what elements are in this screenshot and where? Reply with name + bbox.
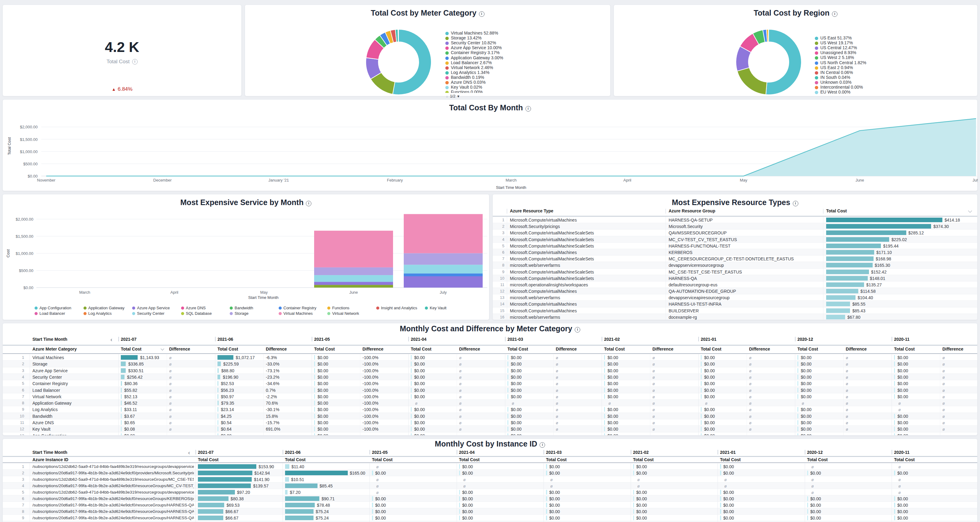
col-header-total-cost[interactable]: Total Cost	[372, 457, 393, 462]
legend-item[interactable]: Virtual Machines	[278, 311, 313, 316]
legend-item[interactable]: US East 2 0.94%	[815, 65, 853, 70]
legend-item[interactable]: Azure App Service	[132, 305, 170, 310]
legend-item[interactable]: Load Balancer	[35, 311, 65, 316]
sort-desc-icon[interactable]	[161, 347, 164, 350]
bar-segment[interactable]	[314, 267, 393, 275]
legend-item[interactable]: Functions 0.00%	[445, 90, 483, 93]
legend-item[interactable]: IN South 0.04%	[815, 75, 850, 80]
sort-desc-icon[interactable]	[968, 209, 972, 213]
col-header-total-cost[interactable]: Total Cost	[894, 347, 915, 351]
cell-total-cost: $0.00	[462, 464, 473, 469]
col-header-total-cost[interactable]: Total Cost	[894, 457, 915, 462]
col-header-difference[interactable]: Difference	[942, 347, 963, 351]
col-header-total-cost[interactable]: Total Cost	[797, 347, 818, 351]
legend-item[interactable]: EU West 0.00%	[815, 90, 851, 94]
col-header-difference[interactable]: Difference	[556, 347, 577, 351]
col-header-total-cost[interactable]: Total Cost	[633, 457, 654, 462]
col-header-total-cost[interactable]: Total Cost	[807, 457, 828, 462]
legend-item[interactable]: Azure DNS 0.03%	[445, 80, 486, 85]
legend-item[interactable]: US East 51.37%	[815, 35, 852, 40]
page-prev-icon[interactable]: ▲	[445, 94, 449, 98]
legend-item[interactable]: Storage 13.42%	[445, 35, 481, 40]
legend-item[interactable]: Log Analytics 1.34%	[445, 70, 489, 75]
col-header-total-cost[interactable]: Total Cost	[701, 347, 721, 351]
col-divider	[263, 400, 264, 406]
legend-item[interactable]: Security Center	[132, 311, 165, 316]
col-header-resource-type[interactable]: Azure Resource Type	[510, 208, 553, 213]
col-header-difference[interactable]: Difference	[459, 347, 480, 351]
col-header-difference[interactable]: Difference	[749, 347, 770, 351]
legend-item[interactable]: Security Center 10.82%	[445, 40, 496, 45]
bar-segment[interactable]	[404, 265, 483, 273]
legend-item[interactable]: US North Central 1.82%	[815, 60, 866, 65]
legend-item[interactable]: SQL Database	[181, 311, 212, 316]
column-prev-icon[interactable]: ‹	[110, 336, 112, 343]
info-icon[interactable]: i	[132, 59, 138, 65]
col-header-resource-group[interactable]: Azure Resource Group	[669, 208, 715, 213]
col-header-total-cost[interactable]: Total Cost	[546, 457, 566, 462]
col-header-total-cost[interactable]: Total Cost	[198, 457, 218, 462]
legend-item[interactable]: Intercontinental 0.00%	[815, 85, 863, 90]
legend-item[interactable]: Virtual Machines 52.88%	[445, 30, 498, 35]
col-header-difference[interactable]: Difference	[169, 347, 190, 351]
col-divider	[369, 515, 370, 521]
legend-item[interactable]: Load Balancer 2.67%	[445, 60, 492, 65]
cell-resource-type: Microsoft.Compute/virtualMachineScaleSet…	[510, 237, 594, 242]
legend-item[interactable]: Unknown 0.03%	[815, 80, 851, 85]
col-header-total-cost[interactable]: Total Cost	[720, 457, 740, 462]
bar-segment[interactable]	[404, 276, 483, 287]
cell-total-cost: $0.00	[549, 464, 560, 469]
legend-item[interactable]: Application Gateway 3.00%	[445, 55, 503, 60]
legend-item[interactable]: Virtual Network	[327, 311, 359, 316]
legend-item[interactable]: Virtual Network 2.46%	[445, 65, 493, 70]
legend-item[interactable]: Key Vault 0.02%	[445, 85, 482, 90]
legend-item[interactable]: Storage	[230, 311, 249, 316]
donut-slice[interactable]	[737, 68, 767, 94]
legend-item[interactable]: Bandwidth	[230, 305, 253, 310]
legend-item[interactable]: Container Registry	[278, 305, 317, 310]
legend-item[interactable]: Key Vault	[425, 305, 447, 310]
legend-item[interactable]: US Central 12.47%	[815, 45, 857, 50]
col-header-total-cost[interactable]: Total Cost	[459, 457, 480, 462]
legend-item[interactable]: Container Registry 3.17%	[445, 50, 500, 55]
legend-item[interactable]: Application Gateway	[83, 305, 125, 310]
cell-total-cost: $0.00	[897, 368, 908, 373]
legend-item[interactable]: Bandwidth 0.19%	[445, 75, 484, 80]
legend-item[interactable]: Unassigned 8.93%	[815, 50, 856, 55]
bar-segment[interactable]	[314, 285, 393, 287]
bar-segment[interactable]	[314, 231, 393, 267]
legend-item[interactable]: Insight and Analytics	[376, 305, 417, 310]
bar-segment[interactable]	[314, 282, 393, 285]
col-header-total-cost[interactable]: Total Cost	[314, 347, 335, 351]
cell-null: ø	[942, 395, 945, 399]
col-header-difference[interactable]: Difference	[652, 347, 673, 351]
legend-label: Insight and Analytics	[381, 306, 417, 310]
legend-item[interactable]: Azure DNS	[181, 305, 206, 310]
legend-item[interactable]: Azure App Service 10.00%	[445, 45, 502, 50]
bar-segment[interactable]	[404, 253, 483, 265]
col-header-total-cost[interactable]: Total Cost	[121, 347, 141, 351]
legend-item[interactable]: App Configuration	[35, 305, 71, 310]
legend-item[interactable]: Functions	[327, 305, 349, 310]
col-header-total-cost[interactable]: Total Cost	[826, 208, 846, 213]
col-header-total-cost[interactable]: Total Cost	[604, 347, 625, 351]
page-next-icon[interactable]: ▼	[457, 94, 460, 98]
area-fill[interactable]	[46, 119, 976, 176]
col-header-total-cost[interactable]: Total Cost	[508, 347, 528, 351]
legend-item[interactable]: US West 2 5.18%	[815, 55, 854, 60]
bar-segment[interactable]	[404, 214, 483, 253]
legend-item[interactable]: US West 19.17%	[815, 40, 853, 45]
legend-item[interactable]: IN Central 0.06%	[815, 70, 853, 75]
col-header-difference[interactable]: Difference	[266, 347, 286, 351]
cell-total-cost: $0.00	[511, 414, 522, 419]
bar-segment[interactable]	[314, 275, 393, 282]
legend-item[interactable]: Log Analytics	[83, 311, 112, 316]
col-header-difference[interactable]: Difference	[363, 347, 383, 351]
col-header-total-cost[interactable]: Total Cost	[285, 457, 305, 462]
column-prev-icon[interactable]: ‹	[188, 449, 190, 456]
col-header-total-cost[interactable]: Total Cost	[218, 347, 238, 351]
donut-slice[interactable]	[766, 29, 801, 95]
col-header-total-cost[interactable]: Total Cost	[411, 347, 431, 351]
col-header-difference[interactable]: Difference	[846, 347, 867, 351]
bar-segment[interactable]	[404, 273, 483, 276]
